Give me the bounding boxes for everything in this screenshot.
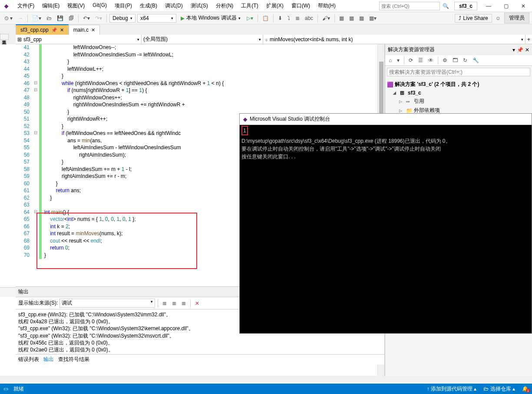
- code-line[interactable]: 41 leftWindowOnes--;: [16, 44, 384, 52]
- nav-scope-dropdown[interactable]: (全局范围)▾: [142, 35, 263, 44]
- clear-output-icon[interactable]: ✕: [193, 299, 201, 307]
- output-btn2-icon[interactable]: ≣: [170, 299, 178, 307]
- nav-func-dropdown[interactable]: ⬨ minMoves(vector<int>& nums, int k)▾: [263, 35, 525, 44]
- properties-icon[interactable]: ⚙: [441, 56, 449, 64]
- debug-console-result: 1: [241, 126, 248, 135]
- save-icon[interactable]: 💾: [55, 14, 65, 22]
- debug-console-titlebar[interactable]: ◆ Microsoft Visual Studio 调试控制台: [240, 114, 532, 125]
- pin-icon[interactable]: 📌: [51, 27, 57, 33]
- output-source-label: 显示输出来源(S):: [18, 299, 58, 307]
- code-line[interactable]: 48 rightWindowOnes++;: [16, 95, 384, 102]
- menu-item[interactable]: 文件(F): [14, 0, 38, 11]
- toggle1-icon[interactable]: ≣: [294, 14, 301, 22]
- code-line[interactable]: 49 rightWindowOnesIndiesSum += rightWind…: [16, 102, 384, 109]
- collapse-icon[interactable]: ☰: [416, 56, 425, 64]
- toggle2-icon[interactable]: abc: [303, 14, 315, 22]
- step-over-icon[interactable]: ⤵: [286, 14, 292, 22]
- close-button[interactable]: ✕: [515, 0, 532, 12]
- fold-arrow-icon[interactable]: ◢: [393, 91, 398, 95]
- pin-icon[interactable]: 📌: [517, 47, 523, 53]
- code-line[interactable]: 43 }: [16, 59, 384, 66]
- notifications-icon[interactable]: 🔔1: [522, 386, 529, 392]
- tree-solution-root[interactable]: 🟪 解决方案 'sf3_c' (2 个项目，共 2 个): [387, 80, 530, 89]
- search-icon[interactable]: 🔍: [440, 3, 452, 9]
- menu-item[interactable]: 帮助(H): [314, 0, 339, 11]
- status-ready: 就绪: [13, 385, 24, 393]
- code-line[interactable]: 47⊟ if (nums[rightWindowR + 1] == 1) {: [16, 87, 384, 95]
- source-control-button[interactable]: ↑ 添加到源代码管理 ▴: [427, 385, 477, 393]
- output-tab[interactable]: 输出: [43, 356, 54, 363]
- undo-icon[interactable]: ↶▾: [81, 14, 92, 22]
- debug-console-window[interactable]: ◆ Microsoft Visual Studio 调试控制台 1 D:\mys…: [239, 113, 532, 334]
- col1-icon[interactable]: ▦: [337, 14, 346, 22]
- platform-dropdown[interactable]: x64▾: [137, 14, 176, 23]
- menu-item[interactable]: 项目(P): [111, 0, 135, 11]
- refresh-icon[interactable]: ⟳: [407, 56, 415, 64]
- col4-icon[interactable]: ▦▾: [367, 14, 378, 22]
- dropdown-icon[interactable]: ▾: [512, 47, 515, 53]
- menu-item[interactable]: 生成(B): [136, 0, 161, 11]
- output-tab[interactable]: 错误列表: [18, 356, 39, 363]
- file-ops-icon[interactable]: 📋: [261, 14, 271, 22]
- nav-bar: ⊞ sf3_cpp▾ (全局范围)▾ ⬨ minMoves(vector<int…: [16, 35, 532, 44]
- live-share-button[interactable]: ⤴ Live Share: [455, 14, 492, 23]
- sync-icon[interactable]: ↻: [461, 56, 469, 64]
- nav-project-dropdown[interactable]: ⊞ sf3_cpp▾: [16, 35, 142, 44]
- close-tab-icon[interactable]: ✕: [91, 27, 95, 33]
- start-no-debug-icon[interactable]: ▷▾: [245, 14, 255, 22]
- step-icon[interactable]: ⬇: [276, 14, 284, 22]
- menu-item[interactable]: 分析(N): [212, 0, 237, 11]
- output-tab[interactable]: 查找符号结果: [58, 356, 89, 363]
- fold-arrow-icon[interactable]: ▷: [399, 99, 404, 104]
- redo-icon[interactable]: ↷▾: [93, 14, 104, 22]
- code-line[interactable]: 46⊟ while (rightWindowOnes < rightNeedOn…: [16, 80, 384, 88]
- nav-fwd-icon[interactable]: →: [16, 14, 25, 22]
- output-btn1-icon[interactable]: ≣: [161, 299, 169, 307]
- output-btn3-icon[interactable]: ≣: [180, 299, 188, 307]
- document-tab[interactable]: sf3_cpp.cpp📌✕: [16, 24, 69, 35]
- col2-icon[interactable]: ▦: [347, 14, 356, 22]
- show-all-icon[interactable]: 👁: [426, 56, 435, 64]
- preview-icon[interactable]: 🗔: [451, 56, 459, 64]
- view-icon[interactable]: ▾: [395, 56, 401, 64]
- search-input[interactable]: [381, 3, 438, 9]
- start-debug-button[interactable]: ▶ 本地 Windows 调试器▾: [178, 13, 243, 23]
- split-icon[interactable]: +: [525, 36, 532, 43]
- paint-icon[interactable]: 🖌▾: [321, 14, 332, 22]
- code-line[interactable]: 45 }: [16, 73, 384, 80]
- menu-item[interactable]: 测试(S): [187, 0, 211, 11]
- document-tab[interactable]: main.c✕: [69, 25, 100, 35]
- solution-search[interactable]: [387, 68, 530, 76]
- toolbox-tab[interactable]: 工具箱: [0, 34, 9, 40]
- config-dropdown[interactable]: Debug▾: [109, 14, 135, 23]
- solution-search-input[interactable]: [387, 68, 530, 76]
- debug-console-body[interactable]: 1 D:\mysetup\gopath\src\dsy\sf3_c\x64\De…: [240, 125, 532, 333]
- menu-item[interactable]: 调试(D): [162, 0, 186, 11]
- maximize-button[interactable]: ▢: [497, 0, 515, 12]
- home-icon[interactable]: ⌂: [387, 56, 393, 64]
- menu-item[interactable]: 扩展(X): [263, 0, 287, 11]
- menu-item[interactable]: Git(G): [89, 0, 110, 11]
- col3-icon[interactable]: ▦: [357, 14, 366, 22]
- tree-project[interactable]: ◢ ⊞ sf3_c: [387, 89, 530, 97]
- code-line[interactable]: 42 leftWindowOnesIndiesSum -= leftWindow…: [16, 52, 384, 59]
- menu-item[interactable]: 编辑(E): [39, 0, 63, 11]
- search-box[interactable]: [379, 2, 440, 10]
- minimize-button[interactable]: —: [480, 0, 497, 12]
- menu-item[interactable]: 窗口(W): [288, 0, 314, 11]
- tree-references[interactable]: ▷ ▫▫ 引用: [387, 97, 530, 106]
- open-file-icon[interactable]: 🗁: [45, 14, 53, 22]
- repo-select-button[interactable]: 🗁 选择仓库 ▴: [483, 385, 515, 393]
- feedback-icon[interactable]: ☺: [494, 14, 502, 22]
- menu-item[interactable]: 视图(V): [64, 0, 88, 11]
- nav-back-icon[interactable]: ⊙ ▾: [3, 14, 14, 22]
- save-all-icon[interactable]: 🗐: [67, 14, 76, 22]
- close-tab-icon[interactable]: ✕: [60, 27, 64, 33]
- code-line[interactable]: 44 leftWindowL++;: [16, 66, 384, 73]
- menu-item[interactable]: 工具(T): [238, 0, 261, 11]
- fold-arrow-icon[interactable]: ▷: [399, 108, 404, 113]
- new-file-icon[interactable]: 📄▾: [30, 14, 43, 22]
- close-icon[interactable]: ✕: [525, 47, 529, 53]
- wrench-icon[interactable]: 🔧: [471, 56, 481, 64]
- output-source-dropdown[interactable]: 调试▾: [59, 299, 155, 308]
